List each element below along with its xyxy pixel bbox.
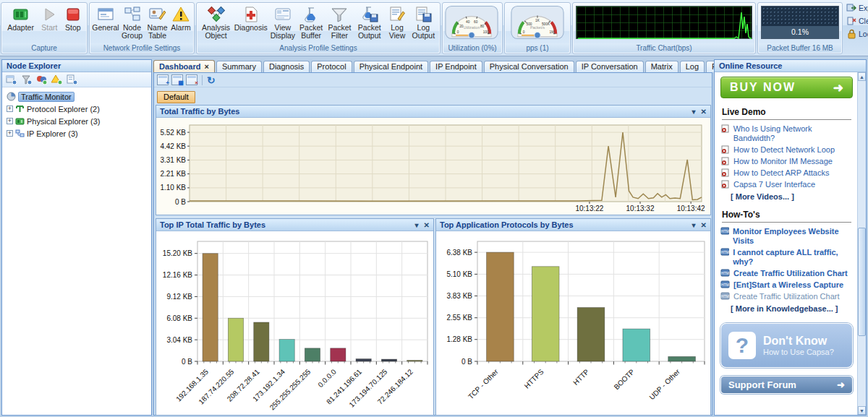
howto-link[interactable]: HTM [Ent]Start a Wireless Capture [720,280,853,290]
tab-dashboard[interactable]: Dashboard × [153,60,215,72]
arrange-panels-icon[interactable]: ▦ [171,74,183,85]
scroll-up-icon[interactable]: ▲ [858,72,866,81]
diagnosis-button[interactable]: Diagnosis [233,4,268,33]
html-doc-icon: HTM [720,280,730,288]
ribbon-side-buttons: Export Clear Lock [846,3,868,39]
video-link[interactable]: Who Is Using Network Bandwidth? [720,124,853,143]
panel-menu-icon[interactable]: ▾ [692,221,696,229]
tab-log[interactable]: Log [680,61,705,72]
ribbon-group-traffic-chart: Traffic Chart(bps) [572,2,756,54]
howto-link[interactable]: HTM Monitor Employees Website Visits [720,227,853,246]
howto-link[interactable]: HTM I cannot capture ALL traffic, why? [720,248,853,267]
svg-text:80: 80 [480,25,485,28]
expander-icon[interactable]: + [7,118,13,124]
log-output-button[interactable]: Log Output [409,4,438,40]
panel-close-icon[interactable]: ✕ [701,221,707,229]
node-color-icon[interactable] [36,74,48,85]
node-explorer-title: Node Explorer [2,60,151,72]
panel-close-icon[interactable]: ✕ [701,108,707,116]
view-display-button[interactable]: View Display [268,4,297,40]
packet-output-button[interactable]: Packet Output [354,4,385,40]
more-videos-link[interactable]: [ More Videos... ] [731,192,853,201]
tab-physical-conversation[interactable]: Physical Conversation [484,61,574,72]
general-label: General [92,24,119,32]
packet-filter-button[interactable]: Packet Filter [326,4,354,40]
howto-link[interactable]: HTM Create Traffic Utilization Chart [720,292,853,301]
expander-icon[interactable]: + [7,106,13,112]
tab-ip-endpoint[interactable]: IP Endpoint [430,61,482,72]
name-table-button[interactable]: Name Table [145,4,170,40]
expander-icon[interactable]: + [7,130,13,137]
lock-button[interactable]: Lock [846,29,868,39]
log-view-button[interactable]: Log View [385,4,409,40]
ribbon-group-utilization: 0 20 40 60 80 100 Utilization Utilizatio… [442,2,503,54]
start-button[interactable]: Start [38,4,61,33]
dont-know-subtitle: How to Use Capsa? [763,348,834,356]
ribbon-group-capture: Adapter Start Stop Capture [1,2,88,54]
panel-menu-icon[interactable]: ▾ [692,108,696,116]
add-panel-icon[interactable]: + [157,74,169,85]
tree-item-traffic-monitor[interactable]: Traffic Monitor [4,90,150,103]
close-tab-icon[interactable]: × [204,61,208,72]
adapter-button[interactable]: Adapter [4,4,38,33]
clear-label: Clear [859,17,868,25]
panel-close-icon[interactable]: ✕ [424,221,430,229]
tab-ip-conversation[interactable]: IP Conversation [576,61,644,72]
top-protocols-chart: 6.38 KB5.10 KB3.83 KB2.55 KB1.28 KB0 BTC… [436,231,710,415]
pps-group-label: pps (1) [506,43,569,53]
video-link[interactable]: How to Monitor IM Message [720,157,853,166]
video-link[interactable]: How to Detect ARP Attacks [720,168,853,178]
node-group-button[interactable]: Node Group [119,4,145,40]
dont-know-title: Don't Know [763,335,834,348]
more-knowledgebase-link[interactable]: [ More in Knowledgebase... ] [731,304,853,313]
tree-item-ip-explorer[interactable]: + IP Explorer (3) [4,127,150,139]
refresh-icon[interactable]: ↻ [207,75,216,85]
support-forum-button[interactable]: Support Forum ➜ [720,376,853,394]
filter-node-icon[interactable] [21,74,33,85]
node-alarm-icon[interactable] [51,74,63,85]
svg-text:0 B: 0 B [175,198,186,206]
scrollbar[interactable]: ▲ ▼ [857,72,866,415]
analysis-object-button[interactable]: Analysis Object [199,4,233,40]
scroll-down-icon[interactable]: ▼ [858,406,866,415]
tab-summary[interactable]: Summary [216,61,262,72]
packet-buffer-icon [301,5,321,24]
default-profile-button[interactable]: Default [157,91,195,103]
tree-item-physical-explorer[interactable]: + Physical Explorer (3) [4,115,150,127]
buy-now-button[interactable]: BUY NOW ➜ [720,77,853,98]
video-link[interactable]: Capsa 7 User Interface [720,180,853,189]
packet-filter-icon [329,5,349,24]
alarm-button[interactable]: Alarm [170,4,192,33]
clear-button[interactable]: Clear [846,16,868,26]
packet-buffer-button[interactable]: Packet Buffer [297,4,326,40]
stop-label: Stop [65,24,81,32]
html-doc-icon: HTM [720,292,730,300]
tab-physical-endpoint[interactable]: Physical Endpoint [354,61,428,72]
node-report-icon[interactable] [67,74,78,85]
svg-text:HTTP: HTTP [571,367,590,386]
tab-diagnosis[interactable]: Diagnosis [263,61,310,72]
svg-text:10:13:42: 10:13:42 [677,205,705,212]
scroll-thumb[interactable] [858,228,866,336]
tab-matrix[interactable]: Matrix [645,61,678,72]
general-button[interactable]: General [92,4,119,33]
utilization-group-label: Utilization (0%) [443,43,501,53]
tab-label: Dashboard [159,61,200,72]
panel-menu-icon[interactable]: ▾ [415,221,419,229]
svg-text:40: 40 [466,20,470,24]
tree-item-protocol-explorer[interactable]: + Protocol Explorer (2) [4,103,150,115]
adapter-icon [11,5,31,24]
svg-text:3.83 KB: 3.83 KB [446,292,472,300]
panel-title: Top Application Protocols by Bytes [440,220,574,229]
stop-button[interactable]: Stop [61,4,85,33]
packet-buffer-label: Packet Buffer [298,24,325,40]
diagnosis-icon [241,5,261,24]
top-ip-chart: 15.20 KB12.16 KB9.12 KB6.08 KB3.04 KB0 B… [156,231,433,415]
add-node-icon[interactable] [6,74,17,85]
remove-panel-icon[interactable]: × [186,74,197,85]
tab-protocol[interactable]: Protocol [311,61,352,72]
video-link[interactable]: How to Detect Network Loop [720,145,853,155]
export-button[interactable]: Export [846,3,868,13]
dont-know-box[interactable]: ? Don't Know How to Use Capsa? [720,323,853,368]
howto-link[interactable]: HTM Create Traffic Utilization Chart [720,269,853,278]
